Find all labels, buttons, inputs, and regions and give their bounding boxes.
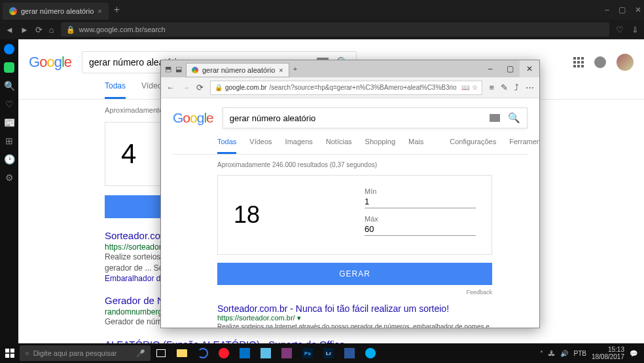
edge-window: ⬒ ⬓ gerar número aleatório × + – ▢ ✕ ← →…	[160, 60, 540, 328]
new-tab-button[interactable]: +	[109, 4, 125, 16]
google-logo[interactable]: Google	[29, 54, 71, 71]
opera-icon[interactable]	[213, 343, 234, 363]
result-title[interactable]: Sorteador.com.br - Nunca foi tão fácil r…	[217, 303, 505, 314]
app-icon[interactable]	[255, 343, 276, 363]
edge-address-bar[interactable]: 🔒 google.com.br /search?source=hp&q=gera…	[210, 81, 482, 95]
tab-aside-icon[interactable]: ⬓	[175, 65, 182, 73]
start-button[interactable]	[0, 349, 20, 358]
result-stats: Aproximadamente 246.000 resultados (0,37…	[173, 155, 528, 175]
search-input[interactable]	[230, 113, 490, 123]
result-url: https://sorteador.com.br/ ▾	[217, 314, 505, 322]
tab-imagens[interactable]: Imagens	[285, 138, 313, 154]
maximize-button[interactable]: ▢	[618, 5, 626, 14]
maximize-button[interactable]: ▢	[500, 60, 520, 77]
opera-tab[interactable]: gerar número aleatório ×	[3, 3, 109, 20]
tab-noticias[interactable]: Notícias	[326, 138, 352, 154]
system-tray: ˄ 🖧 🔊 PTB 15:13 18/08/2017 💬	[533, 346, 644, 360]
clock[interactable]: 15:13 18/08/2017	[592, 346, 624, 360]
photoshop-icon[interactable]: Ps	[297, 343, 318, 363]
edge-icon[interactable]	[192, 343, 213, 363]
edge-tab[interactable]: gerar número aleatório ×	[186, 63, 289, 77]
news-icon[interactable]: 📰	[3, 117, 15, 128]
reload-button[interactable]: ⟳	[196, 83, 204, 92]
close-button[interactable]: ✕	[520, 60, 539, 77]
lightroom-icon[interactable]: Lr	[318, 343, 339, 363]
apps-icon[interactable]	[573, 57, 584, 67]
volume-icon[interactable]: 🔊	[560, 350, 568, 357]
tab-preview-icon[interactable]: ⬒	[165, 65, 171, 73]
time: 15:13	[592, 346, 624, 353]
opera-titlebar: gerar número aleatório × + – ▢ ✕	[0, 0, 644, 20]
svg-rect-0	[5, 349, 9, 353]
taskbar-search[interactable]: ○ Digite aqui para pesquisar 🎤	[20, 345, 151, 361]
max-input[interactable]: 60	[365, 223, 476, 236]
address-bar[interactable]: 🔒 www.google.com.br/search	[61, 22, 609, 37]
reading-view-icon[interactable]: 📖	[461, 84, 469, 91]
url-text: www.google.com.br/search	[79, 26, 166, 33]
tab-close-icon[interactable]: ×	[98, 7, 101, 15]
notifications-icon[interactable]	[594, 56, 606, 68]
tab-config[interactable]: Configurações	[450, 138, 496, 154]
action-center-icon[interactable]: 💬	[630, 350, 637, 357]
generate-button[interactable]: GERAR	[217, 263, 492, 285]
tab-ferramentas[interactable]: Ferramentas	[509, 138, 539, 154]
outlook-icon[interactable]	[234, 343, 255, 363]
result-title[interactable]: ALEATÓRIO (Função ALEATÓRIO) - Suporte d…	[105, 339, 432, 343]
download-icon[interactable]: ⇓	[632, 25, 639, 35]
home-button[interactable]: ⌂	[49, 25, 54, 35]
opera-tab-title: gerar número aleatório	[21, 7, 94, 15]
opera-sidebar: 🔍 ♡ 📰 ⊞ 🕑 ⚙	[0, 39, 18, 343]
messenger-icon[interactable]	[3, 43, 15, 55]
hub-icon[interactable]: ≡	[489, 83, 494, 92]
min-input[interactable]: 1	[365, 195, 476, 208]
google-search-box[interactable]: 🔍	[223, 107, 528, 128]
search-icon[interactable]: 🔍	[508, 112, 520, 124]
rng-inputs: Mín 1 Máx 60	[365, 187, 476, 242]
favorite-icon[interactable]: ☆	[472, 84, 478, 91]
notes-icon[interactable]: ✎	[501, 83, 508, 92]
back-button[interactable]: ◄	[5, 25, 14, 35]
minimize-button[interactable]: –	[605, 5, 609, 14]
search-icon[interactable]: 🔍	[3, 80, 15, 92]
word-icon[interactable]	[339, 343, 360, 363]
tray-chevron-icon[interactable]: ˄	[540, 350, 543, 357]
mic-icon[interactable]: 🎤	[136, 349, 145, 358]
edge-titlebar: ⬒ ⬓ gerar número aleatório × + – ▢ ✕	[161, 60, 539, 77]
language-indicator[interactable]: PTB	[573, 350, 586, 357]
speed-dial-icon[interactable]: ⊞	[3, 135, 15, 147]
heart-icon[interactable]: ♡	[616, 25, 624, 35]
heart-icon[interactable]: ♡	[3, 98, 15, 110]
network-icon[interactable]: 🖧	[548, 350, 555, 357]
onenote-icon[interactable]	[276, 343, 297, 363]
tab-shopping[interactable]: Shopping	[365, 138, 396, 154]
tab-todas[interactable]: Todas	[105, 81, 126, 99]
forward-button[interactable]: ►	[20, 25, 29, 35]
taskview-icon[interactable]	[151, 343, 171, 363]
tab-mais[interactable]: Mais	[408, 138, 423, 154]
more-icon[interactable]: ⋯	[526, 83, 534, 92]
file-explorer-icon[interactable]	[171, 343, 192, 363]
tab-close-icon[interactable]: ×	[279, 66, 283, 74]
whatsapp-icon[interactable]	[3, 62, 15, 73]
share-icon[interactable]: ⤴	[514, 83, 519, 92]
back-button[interactable]: ←	[166, 83, 175, 92]
history-icon[interactable]: 🕑	[3, 153, 15, 165]
edge-window-controls: – ▢ ✕	[480, 60, 539, 77]
close-button[interactable]: ✕	[635, 5, 641, 14]
avatar[interactable]	[617, 54, 634, 71]
new-tab-button[interactable]: +	[289, 65, 301, 73]
skype-icon[interactable]	[360, 343, 381, 363]
google-favicon-icon	[9, 7, 17, 15]
svg-rect-2	[5, 354, 9, 358]
tab-videos[interactable]: Vídeos	[249, 138, 272, 154]
search-result-3: ALEATÓRIO (Função ALEATÓRIO) - Suporte d…	[105, 339, 432, 343]
google-logo[interactable]: Google	[173, 110, 213, 126]
url-path: /search?source=hp&q=gerar+n%C3%BAmero+al…	[269, 84, 456, 91]
forward-button[interactable]: →	[181, 83, 190, 92]
minimize-button[interactable]: –	[480, 60, 500, 77]
settings-icon[interactable]: ⚙	[3, 172, 15, 183]
tab-todas[interactable]: Todas	[217, 138, 236, 154]
reload-button[interactable]: ⟳	[35, 25, 43, 35]
feedback-link[interactable]: Feedback	[217, 288, 492, 297]
keyboard-icon[interactable]	[490, 114, 500, 122]
